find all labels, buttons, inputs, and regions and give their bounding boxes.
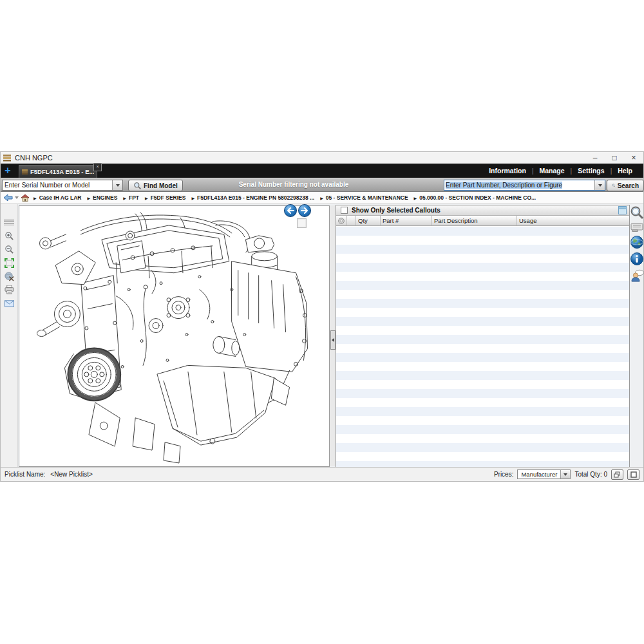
viewer-tool-strip xyxy=(1,204,18,467)
tab-close-icon[interactable]: × xyxy=(93,163,102,171)
app-menu: Information | Manage | Settings | Help xyxy=(483,164,638,178)
info-icon[interactable] xyxy=(630,252,644,266)
serial-number-combo[interactable] xyxy=(2,180,123,191)
feedback-chat-icon[interactable] xyxy=(630,269,644,283)
main-area: Show Only Selected Callouts Qty Part # P… xyxy=(1,204,643,467)
new-tab-button[interactable]: + xyxy=(3,164,13,177)
zoom-out-button[interactable] xyxy=(4,244,15,254)
show-only-selected-checkbox[interactable] xyxy=(341,207,348,214)
search-button[interactable]: Search xyxy=(607,180,644,191)
window-controls: – □ × xyxy=(585,152,643,164)
maximize-panel-button[interactable] xyxy=(627,469,639,480)
breadcrumb-item[interactable]: ▶ 05 - SERVICE & MAINTENANCE xyxy=(320,194,408,201)
magnifier-icon xyxy=(612,182,616,189)
maximize-button[interactable]: □ xyxy=(605,152,624,164)
expand-all-icon[interactable] xyxy=(336,216,347,225)
column-part-description[interactable]: Part Description xyxy=(432,216,517,225)
serial-number-input[interactable] xyxy=(3,180,112,190)
status-bar: Picklist Name: <New Picklist> Prices: Ma… xyxy=(1,467,643,481)
prices-value: Manufacturer xyxy=(518,470,560,478)
breadcrumb-item[interactable]: ▶ FPT xyxy=(123,194,139,201)
prices-dropdown[interactable]: Manufacturer xyxy=(517,469,571,479)
filter-notice: Serial Number filtering not available xyxy=(216,181,371,188)
menu-manage[interactable]: Manage xyxy=(534,167,571,175)
breadcrumb-item[interactable]: ▶ 05.000.00 - SECTION INDEX - MACHINE CO… xyxy=(414,194,536,201)
print-button[interactable] xyxy=(4,285,15,295)
search-tool-icon[interactable] xyxy=(630,205,644,220)
arrow-left-icon xyxy=(287,207,294,214)
breadcrumb-item[interactable]: ▶ ENGINES xyxy=(87,194,117,201)
history-dropdown-icon[interactable] xyxy=(15,196,19,199)
search-toolbar: Find Model Serial Number filtering not a… xyxy=(1,178,643,192)
chevron-down-icon xyxy=(564,473,567,476)
figure-viewer[interactable] xyxy=(19,205,330,467)
close-button[interactable]: × xyxy=(624,152,643,164)
search-label: Search xyxy=(618,182,639,189)
breadcrumb-item[interactable]: ▶ F5DF SERIES xyxy=(145,194,185,201)
part-search-dropdown-button[interactable] xyxy=(594,180,605,190)
email-button[interactable] xyxy=(4,298,15,308)
column-qty[interactable]: Qty xyxy=(356,216,381,225)
column-part-number[interactable]: Part # xyxy=(381,216,432,225)
panel-splitter[interactable] xyxy=(330,205,336,466)
breadcrumb-arrow-icon: ▶ xyxy=(414,196,417,200)
web-info-icon[interactable] xyxy=(630,235,644,249)
home-icon[interactable] xyxy=(21,194,30,202)
total-qty: Total Qty: 0 xyxy=(574,471,607,478)
zoom-in-button[interactable] xyxy=(4,231,15,241)
prices-label: Prices: xyxy=(494,471,514,478)
find-model-button[interactable]: Find Model xyxy=(128,180,183,191)
collapse-panel-handle[interactable] xyxy=(330,330,336,350)
breadcrumb-arrow-icon: ▶ xyxy=(320,196,323,200)
back-arrow-icon[interactable] xyxy=(3,194,13,202)
tab-label: F5DFL413A E015 - E... xyxy=(30,168,94,175)
title-bar: CNH NGPC – □ × xyxy=(1,152,643,164)
table-view-icon[interactable] xyxy=(618,206,627,214)
cascade-windows-button[interactable] xyxy=(611,469,623,480)
chevron-down-icon xyxy=(598,184,602,187)
find-model-label: Find Model xyxy=(144,182,178,189)
breadcrumb-arrow-icon: ▶ xyxy=(87,196,90,200)
picklist-name-label: Picklist Name: xyxy=(5,471,45,478)
chevron-down-icon xyxy=(116,184,120,187)
minimize-button[interactable]: – xyxy=(585,152,605,164)
part-search-combo[interactable]: Enter Part Number, Description or Figure xyxy=(444,180,605,191)
column-select xyxy=(347,216,356,225)
serial-dropdown-button[interactable] xyxy=(112,180,122,190)
breadcrumb: ▶ Case IH AG LAR ▶ ENGINES ▶ FPT ▶ F5DF … xyxy=(1,192,643,204)
collapse-left-icon xyxy=(332,338,334,342)
menu-help[interactable]: Help xyxy=(612,167,638,175)
rotate-3d-disabled-icon[interactable] xyxy=(4,271,15,281)
engine-diagram xyxy=(19,206,330,467)
next-figure-button[interactable] xyxy=(298,204,311,217)
window-title: CNH NGPC xyxy=(15,154,53,162)
parts-table-body[interactable] xyxy=(336,227,629,467)
arrow-right-icon xyxy=(301,207,308,214)
fit-to-screen-button[interactable] xyxy=(4,258,15,268)
breadcrumb-arrow-icon: ▶ xyxy=(191,196,194,200)
menu-information[interactable]: Information xyxy=(483,167,532,175)
breadcrumb-item[interactable]: ▶ F5DFL413A E015 - ENGINE PN 5802298238 … xyxy=(191,194,314,201)
parts-list-panel: Show Only Selected Callouts Qty Part # P… xyxy=(336,205,630,468)
breadcrumb-item[interactable]: ▶ Case IH AG LAR xyxy=(33,194,81,201)
magnifier-icon xyxy=(133,182,142,190)
previous-figure-button[interactable] xyxy=(284,204,297,217)
app-window: CNH NGPC – □ × + F5DFL413A E015 - E... ×… xyxy=(0,151,644,482)
drag-handle-icon[interactable] xyxy=(4,217,15,227)
show-only-selected-label: Show Only Selected Callouts xyxy=(352,207,440,214)
column-usage[interactable]: Usage xyxy=(517,216,629,225)
menu-settings[interactable]: Settings xyxy=(572,167,610,175)
breadcrumb-arrow-icon: ▶ xyxy=(145,196,148,200)
app-logo-icon xyxy=(3,154,11,162)
part-search-input[interactable]: Enter Part Number, Description or Figure xyxy=(444,180,594,190)
right-tool-rail xyxy=(630,204,643,467)
breadcrumb-arrow-icon: ▶ xyxy=(33,196,37,200)
tab-bar: + F5DFL413A E015 - E... × Information | … xyxy=(1,164,643,178)
picklist-name-value[interactable]: <New Picklist> xyxy=(50,471,93,478)
print-list-icon[interactable] xyxy=(630,222,644,232)
thumbnail-toggle-button[interactable] xyxy=(297,218,307,228)
callouts-filter-bar: Show Only Selected Callouts xyxy=(336,205,629,216)
prices-dropdown-button[interactable] xyxy=(560,470,570,478)
tab-active-model[interactable]: F5DFL413A E015 - E... × xyxy=(19,165,97,178)
breadcrumb-arrow-icon: ▶ xyxy=(123,196,126,200)
